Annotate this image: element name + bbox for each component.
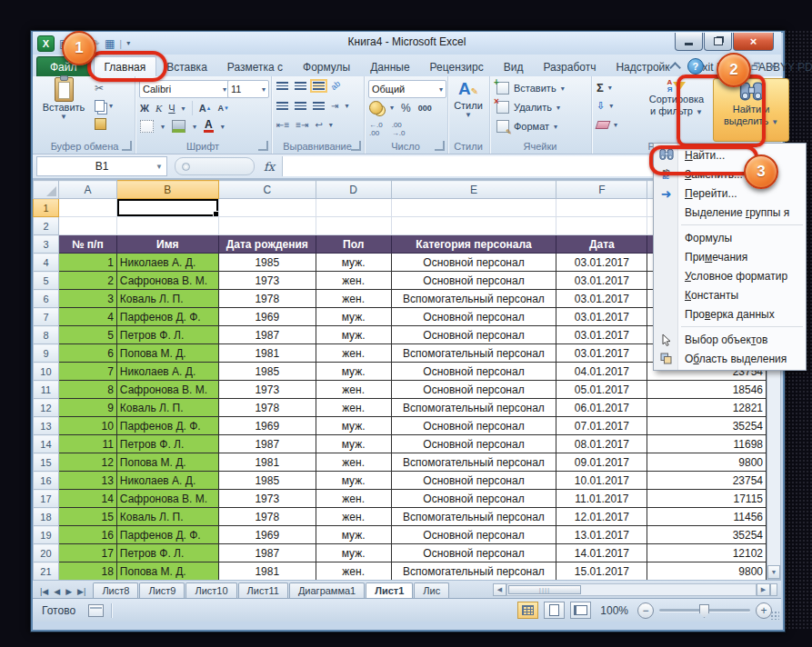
- sheet-tab-лист11[interactable]: Лист11: [238, 582, 288, 598]
- align-right-icon[interactable]: [313, 102, 325, 110]
- sheet-tab-лист1[interactable]: Лист1: [366, 582, 413, 598]
- cell[interactable]: 08.01.2017: [556, 435, 647, 453]
- cell[interactable]: 17115: [647, 490, 767, 508]
- cell[interactable]: 23754: [647, 472, 767, 490]
- cell[interactable]: 03.01.2017: [556, 290, 647, 308]
- row-header-15[interactable]: 15: [34, 453, 59, 472]
- alignment-dialog-launcher-icon[interactable]: [351, 141, 361, 151]
- clear-button[interactable]: ▾: [596, 121, 617, 129]
- borders-dropdown-icon[interactable]: ▾: [161, 124, 165, 130]
- cell[interactable]: муж.: [316, 435, 391, 453]
- scroll-left-icon[interactable]: ◀: [493, 583, 506, 596]
- row-header-6[interactable]: 6: [34, 290, 59, 308]
- cell[interactable]: 1969: [218, 526, 316, 544]
- menu-item-data-validation[interactable]: Проверка данных: [654, 304, 806, 324]
- cell[interactable]: 4: [58, 308, 116, 326]
- percent-style-icon[interactable]: %: [401, 102, 411, 114]
- increase-indent-icon[interactable]: ≡⇥: [296, 120, 308, 130]
- resize-grip[interactable]: [770, 611, 779, 620]
- cell[interactable]: [391, 217, 556, 235]
- horizontal-scrollbar[interactable]: ◀ |||| ▶: [493, 583, 777, 596]
- bold-button[interactable]: Ж: [140, 103, 149, 114]
- cell[interactable]: муж.: [316, 326, 391, 344]
- cell[interactable]: Основной персонал: [391, 272, 556, 290]
- cell[interactable]: Основной персонал: [391, 254, 556, 272]
- tab-рецензирс[interactable]: Рецензирс: [420, 57, 494, 76]
- cell[interactable]: 18: [58, 562, 116, 581]
- cell[interactable]: Коваль Л. П.: [116, 508, 218, 526]
- cell[interactable]: 15.01.2017: [556, 562, 647, 581]
- tab-разметка-с[interactable]: Разметка с: [217, 57, 293, 76]
- cell[interactable]: 1978: [218, 399, 316, 417]
- row-header-12[interactable]: 12: [34, 399, 59, 417]
- cell[interactable]: Основной персонал: [391, 381, 556, 399]
- autosum-button[interactable]: Σ▾: [596, 81, 612, 95]
- cell[interactable]: [316, 199, 391, 217]
- merge-center-icon[interactable]: ⇥: [331, 101, 338, 111]
- menu-item-goto-special[interactable]: Выделение группы я: [654, 203, 806, 222]
- cell[interactable]: 1981: [218, 344, 316, 363]
- clipboard-dialog-launcher-icon[interactable]: [122, 141, 132, 151]
- first-sheet-icon[interactable]: |◀: [38, 587, 50, 596]
- page-break-view-button[interactable]: [570, 602, 591, 619]
- cell[interactable]: 17: [58, 544, 116, 562]
- cell[interactable]: Вспомогательный персонал: [391, 562, 556, 581]
- cell[interactable]: 1981: [218, 562, 316, 581]
- cell[interactable]: 35254: [647, 417, 767, 435]
- cell[interactable]: Парфенов Д. Ф.: [116, 417, 218, 435]
- macro-record-icon[interactable]: [88, 604, 104, 617]
- cell[interactable]: 1985: [218, 363, 316, 381]
- cell[interactable]: [391, 199, 556, 217]
- sheet-tab-лист10[interactable]: Лист10: [185, 582, 236, 598]
- format-cells-button[interactable]: Формат▾: [496, 120, 557, 133]
- cell[interactable]: 1969: [218, 308, 316, 326]
- select-all-corner[interactable]: [34, 181, 59, 199]
- decrease-decimal-icon[interactable]: .00→.0: [392, 121, 406, 137]
- cell[interactable]: Попова М. Д.: [116, 562, 218, 581]
- cell[interactable]: Петров Ф. Л.: [116, 544, 218, 562]
- cell[interactable]: [218, 217, 316, 235]
- cell[interactable]: муж.: [316, 417, 391, 435]
- row-header-16[interactable]: 16: [34, 472, 59, 490]
- cell[interactable]: 04.01.2017: [556, 363, 647, 381]
- cell[interactable]: Вспомогательный персонал: [391, 399, 556, 417]
- cell[interactable]: 1: [58, 254, 116, 272]
- fx-icon[interactable]: fx: [264, 160, 275, 174]
- cell[interactable]: Вспомогательный персонал: [391, 290, 556, 308]
- cell[interactable]: Петров Ф. Л.: [116, 435, 218, 453]
- insert-cells-button[interactable]: Вставить▾: [496, 82, 565, 95]
- font-color-dropdown-icon[interactable]: ▾: [221, 124, 225, 130]
- grow-font-button[interactable]: А▲: [199, 103, 212, 114]
- align-top-icon[interactable]: [276, 82, 288, 90]
- row-header-7[interactable]: 7: [34, 308, 59, 326]
- cell[interactable]: 1973: [218, 272, 316, 290]
- minimize-ribbon-icon[interactable]: [669, 62, 681, 74]
- cell[interactable]: Основной персонал: [391, 417, 556, 435]
- tab-вид[interactable]: Вид: [494, 57, 534, 76]
- cell[interactable]: 9: [58, 399, 116, 417]
- cell[interactable]: [58, 199, 116, 217]
- cell[interactable]: Основной персонал: [391, 544, 556, 562]
- normal-view-button[interactable]: [517, 602, 538, 619]
- cell[interactable]: 3: [58, 290, 116, 308]
- cell[interactable]: Николаев А. Д.: [116, 363, 218, 381]
- cell[interactable]: жен.: [316, 490, 391, 508]
- fill-color-icon[interactable]: [172, 120, 185, 133]
- col-header-E[interactable]: E: [391, 181, 556, 199]
- row-header-18[interactable]: 18: [34, 508, 59, 526]
- paste-button[interactable]: Вставить ▼: [40, 77, 87, 120]
- row-header-2[interactable]: 2: [34, 217, 59, 235]
- cell[interactable]: 6: [58, 344, 116, 363]
- wrap-text-icon[interactable]: ↩: [315, 120, 322, 130]
- cell[interactable]: Основной персонал: [391, 326, 556, 344]
- cell[interactable]: жен.: [316, 399, 391, 417]
- last-sheet-icon[interactable]: ▶|: [75, 587, 87, 596]
- cell[interactable]: 1987: [218, 435, 316, 453]
- cell[interactable]: 8: [58, 381, 116, 399]
- restore-button[interactable]: [704, 33, 732, 51]
- table-header-cell[interactable]: Имя: [116, 235, 218, 254]
- align-middle-icon[interactable]: [295, 82, 306, 90]
- cell-selected-B1[interactable]: [116, 199, 218, 217]
- cell[interactable]: 1985: [218, 472, 316, 490]
- cell[interactable]: муж.: [316, 472, 391, 490]
